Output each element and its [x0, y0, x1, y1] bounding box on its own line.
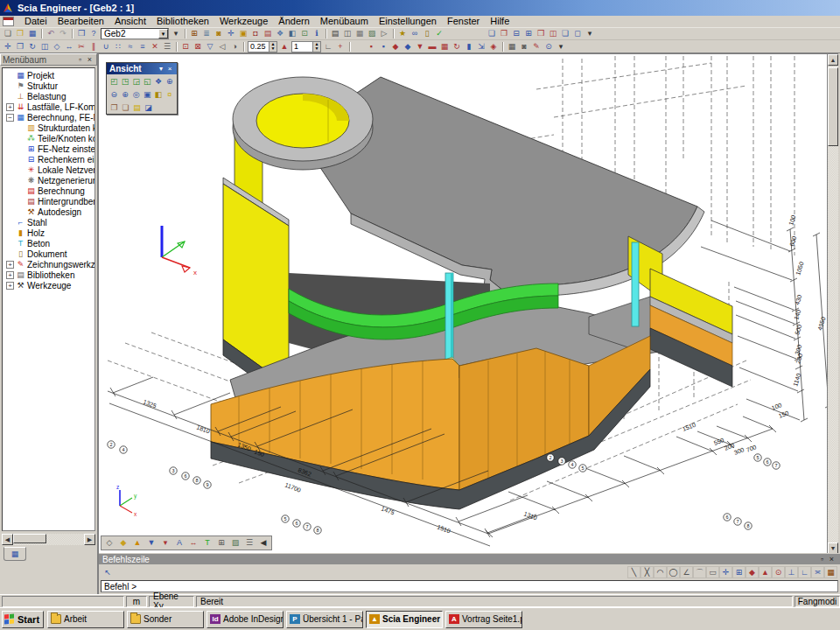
activity-icon[interactable]: ◙ [213, 28, 225, 39]
pointer-icon[interactable]: ↖ [102, 567, 114, 578]
step-spinner[interactable]: 1▲▼ [291, 41, 321, 52]
tree-hscrollbar[interactable]: ◀ ▶ [2, 534, 95, 545]
tree-item-stahl[interactable]: ⌐Stahl [4, 217, 94, 228]
new-project-icon[interactable]: ❏ [2, 28, 14, 39]
previous-selection-icon[interactable]: ◁ [216, 41, 228, 52]
scroll-left-arrow-icon[interactable]: ◀ [2, 534, 13, 545]
project-combo[interactable]: Geb2▾ [101, 28, 169, 39]
angle-icon[interactable]: ∟ [322, 41, 334, 52]
tree-item-holz[interactable]: ▮Holz [4, 228, 94, 238]
view-front-icon[interactable]: ◳ [120, 75, 131, 87]
snap-cross-icon[interactable]: ╳ [640, 566, 654, 578]
mdi-window-icon[interactable]: ❒ [75, 28, 88, 39]
stretch-icon[interactable]: ↔ [63, 41, 75, 52]
snap-circle-icon[interactable]: ◯ [667, 566, 680, 578]
undo-icon[interactable]: ↶ [45, 28, 57, 39]
tree-item-belastung[interactable]: ⊥Belastung [4, 91, 94, 102]
menu-hilfe[interactable]: Hilfe [485, 16, 514, 27]
load-scale-spinner[interactable]: 0.25▲▼ [248, 41, 277, 52]
trim-icon[interactable]: ✂ [75, 41, 88, 52]
menu-datei[interactable]: Datei [19, 16, 52, 27]
pin-view-icon[interactable]: ⊙ [542, 41, 555, 52]
palette-header[interactable]: Ansicht ▾ × [107, 63, 177, 74]
named-selection-icon[interactable]: ✛ [225, 28, 237, 39]
window-vertical-icon[interactable]: ⊞ [522, 28, 535, 39]
volume-display-icon[interactable]: ▼ [144, 537, 158, 549]
moment-icon[interactable]: ↻ [451, 41, 463, 52]
snap-tangent-icon[interactable]: ≍ [811, 566, 824, 578]
zoom-selection-icon[interactable]: ▣ [142, 88, 153, 100]
align-icon[interactable]: ≡ [136, 41, 149, 52]
scroll-thumb[interactable] [13, 534, 46, 543]
scroll-up-arrow-icon[interactable]: ▲ [828, 54, 838, 66]
zoom-in-icon[interactable]: ⊕ [120, 88, 131, 100]
window-cascade-icon[interactable]: ❒ [535, 28, 547, 39]
lock-icon[interactable]: ▯ [421, 28, 433, 39]
point-load-icon[interactable]: ▼ [414, 41, 426, 52]
tree-item-dokument[interactable]: ▯Dokument [4, 248, 94, 259]
select-icon[interactable]: ⊡ [179, 41, 192, 52]
tree-item-bibliotheken[interactable]: +▤Bibliotheken [4, 270, 94, 280]
column-back[interactable] [632, 242, 639, 326]
menu-men-baum[interactable]: Menübaum [315, 16, 374, 27]
annotate-icon[interactable]: ✎ [530, 41, 542, 52]
view-settings-icon[interactable]: ◪ [143, 102, 154, 113]
close-icon[interactable]: × [85, 55, 94, 64]
scroll-right-arrow-icon[interactable]: ▶ [84, 534, 95, 545]
deselect-icon[interactable]: ⊠ [192, 41, 204, 52]
temperature-icon[interactable]: ▮ [463, 41, 475, 52]
spinner-arrows-icon[interactable]: ▲▼ [269, 42, 276, 52]
copy-view-icon[interactable]: ❏ [120, 102, 131, 113]
snap-mid-icon[interactable]: ▲ [759, 566, 772, 578]
display-settings-icon[interactable]: ☰ [242, 537, 256, 549]
sidebar-tab-menubaum[interactable]: ▦ [4, 547, 26, 561]
menu-fenster[interactable]: Fenster [442, 16, 485, 27]
surface-load-icon[interactable]: ▦ [438, 41, 451, 52]
task-scia-engineer-[interactable]: ▲Scia Engineer - [... [366, 611, 443, 628]
pin-icon[interactable]: ▫ [75, 55, 85, 64]
tree-item-zeichnungswerkzeuge[interactable]: +✎Zeichnungswerkzeuge [4, 259, 94, 270]
scroll-left-icon[interactable]: ◀ [256, 537, 270, 549]
collapse-minus-icon[interactable]: − [6, 114, 14, 122]
light-icon[interactable]: ¤ [164, 88, 175, 100]
tree-item-berechnung[interactable]: ▤Berechnung [4, 186, 94, 196]
perspective-icon[interactable]: ◇ [102, 537, 116, 549]
tree-item-fe-netz-einstellen[interactable]: ⊞FE-Netz einstellen [4, 144, 94, 154]
tree-item-lokale-netzverdichtur[interactable]: ✳Lokale Netzverdichtur [4, 164, 94, 175]
support-icon[interactable]: ◆ [389, 41, 402, 52]
scale-icon[interactable]: ◇ [51, 41, 63, 52]
redo-icon[interactable]: ↷ [57, 28, 69, 39]
command-input[interactable]: Befehl > [101, 580, 838, 592]
view-rotate-icon[interactable]: ❖ [153, 75, 164, 87]
snap-box-icon[interactable]: ▭ [706, 566, 719, 578]
print-preview-icon[interactable]: ◫ [341, 28, 354, 39]
save-icon[interactable]: ▦ [26, 28, 38, 39]
zoom-out-icon[interactable]: ⊖ [108, 88, 120, 100]
save-view-icon[interactable]: ▦ [506, 41, 518, 52]
layers-icon[interactable]: ≣ [200, 28, 213, 39]
view-params-icon[interactable]: ◧ [286, 28, 298, 39]
menu-bearbeiten[interactable]: Bearbeiten [52, 16, 109, 27]
window-close-icon[interactable]: ◻ [571, 28, 584, 39]
view-dialog-icon[interactable]: ▤ [131, 102, 143, 113]
expand-plus-icon[interactable]: + [6, 282, 14, 290]
tree-item-strukturdaten-kontrolli[interactable]: ▥Strukturdaten kontrolli [4, 122, 94, 133]
menu-einstellungen[interactable]: Einstellungen [374, 16, 442, 27]
expand-plus-icon[interactable]: + [6, 103, 14, 111]
units-icon[interactable]: ⊞ [188, 28, 200, 39]
delete-icon[interactable]: ✕ [149, 41, 161, 52]
camera-icon[interactable]: ◙ [518, 41, 530, 52]
move-icon[interactable]: ✛ [2, 41, 14, 52]
fe-member-icon[interactable]: ▪ [377, 41, 389, 52]
close-icon[interactable]: × [165, 65, 174, 73]
ansicht-palette[interactable]: Ansicht ▾ × ◰◳◲◱❖⊕⊖⊕◎▣◧¤❐❏▤◪ [106, 62, 178, 115]
combo-menu-icon[interactable]: ▾ [170, 28, 182, 39]
copy-icon[interactable]: ❐ [14, 41, 26, 52]
window-horizontal-icon[interactable]: ⊟ [510, 28, 522, 39]
tree-item-beton[interactable]: TBeton [4, 238, 94, 248]
status-plane[interactable]: Ebene Xy [149, 596, 194, 607]
expand-plus-icon[interactable]: + [6, 271, 14, 279]
dimension-display-icon[interactable]: ↔ [186, 537, 200, 549]
task-adobe-indesign-c-[interactable]: IdAdobe InDesign C... [206, 611, 284, 628]
chevron-down-icon[interactable]: ▾ [157, 65, 165, 73]
